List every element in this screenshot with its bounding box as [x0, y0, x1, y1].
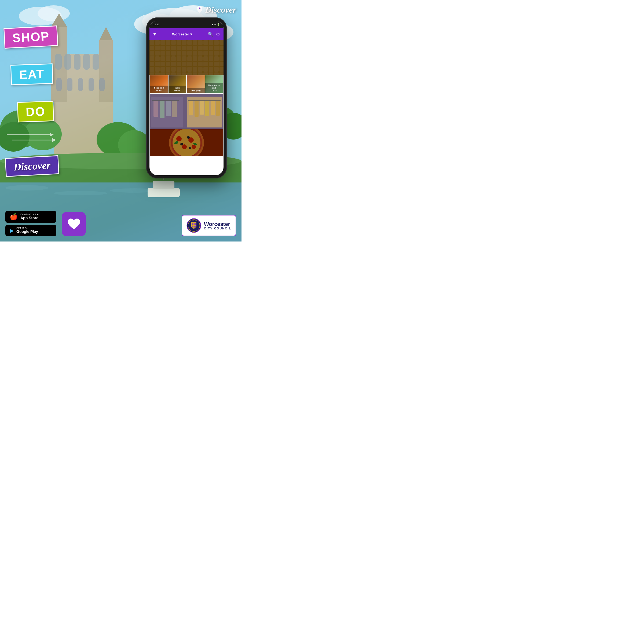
svg-rect-82 [192, 225, 196, 226]
cat-homewares: HomewaresandGifts [205, 75, 223, 93]
nav-heart-icon: ♥ [153, 31, 156, 37]
svg-text:★ ★ ★: ★ ★ ★ [192, 219, 196, 221]
phone-screen: 12:33 ▲ ◈ 🔋 ♥ Worcester ▾ 🔍 ⚙ [149, 21, 224, 175]
discover-label: Discover [5, 155, 59, 177]
svg-rect-63 [211, 101, 215, 115]
time: 12:33 [153, 23, 159, 26]
phone-shop-banner: SHOP [150, 94, 223, 129]
phone-notch [176, 21, 197, 27]
svg-rect-78 [150, 129, 223, 156]
cat-coffee-label: Indiecoffee [169, 86, 186, 93]
google-play-button[interactable]: ▶ GET IT ON Google Play [5, 225, 56, 236]
cat-indie-coffee: Indiecoffee [169, 75, 186, 93]
cat-food-drink: Food andDrink [150, 75, 168, 93]
search-icon: 🔍 [208, 32, 213, 37]
nav-right-icons: 🔍 ⚙ [208, 32, 220, 37]
do-label: DO [17, 101, 54, 123]
worcester-council-logo: ★ ★ ★ ★ ★ ★ Worcester CITY COUNCIL [182, 215, 236, 236]
google-play-text: GET IT ON Google Play [16, 227, 38, 234]
svg-rect-53 [153, 101, 158, 117]
discover-heart-badge [62, 212, 86, 236]
svg-rect-55 [166, 101, 171, 116]
arrows-decoration [7, 131, 59, 145]
phone-hero: Discover Worcester [149, 40, 224, 75]
nav-city-label: Worcester ▾ [172, 32, 192, 36]
svg-text:★ ★ ★: ★ ★ ★ [192, 232, 196, 233]
app-store-button[interactable]: 🍎 Download on the App Store [5, 211, 56, 223]
phone-eat-banner: Eat & Drink [150, 129, 223, 156]
cat-shopping-label: Shopping [187, 88, 205, 93]
worcester-text: Worcester CITY COUNCIL [204, 221, 231, 230]
google-play-icon: ▶ [10, 227, 14, 234]
shop-label: SHOP [3, 25, 58, 49]
svg-rect-59 [189, 101, 193, 115]
svg-rect-64 [216, 101, 220, 116]
cat-home-label: HomewaresandGifts [205, 83, 223, 93]
cat-food-label: Food andDrink [150, 86, 168, 93]
svg-rect-60 [195, 101, 199, 117]
bottom-section: 🍎 Download on the App Store ▶ GET IT ON … [0, 188, 241, 241]
svg-rect-62 [205, 101, 209, 116]
worcester-name: Worcester [204, 221, 231, 227]
phone-nav-bar: ♥ Worcester ▾ 🔍 ⚙ [149, 28, 224, 40]
cat-shopping: Shopping [187, 75, 205, 93]
svg-rect-54 [160, 101, 164, 118]
discover-logo-text: Discover [205, 5, 236, 15]
eat-label: EAT [10, 63, 53, 85]
council-crest: ★ ★ ★ ★ ★ ★ [186, 218, 201, 233]
shop-label-container: SHOP [4, 27, 59, 47]
phone-frame: 12:33 ▲ ◈ 🔋 ♥ Worcester ▾ 🔍 ⚙ [146, 17, 227, 178]
app-store-text: Download on the App Store [20, 213, 39, 220]
do-label-container: DO [12, 96, 59, 122]
app-buttons: 🍎 Download on the App Store ▶ GET IT ON … [5, 211, 56, 236]
content-layer: Discover SHOP EAT DO Discover [0, 0, 241, 241]
phone-categories: Food andDrink Indiecoffee Shopping Homew… [149, 75, 224, 93]
discover-logo: Discover [196, 5, 236, 15]
discover-label-container: Discover [4, 151, 59, 175]
worcester-subtitle: CITY COUNCIL [204, 227, 231, 230]
svg-rect-56 [172, 101, 177, 117]
status-icons: ▲ ◈ 🔋 [211, 23, 220, 26]
phone-mockup: 12:33 ▲ ◈ 🔋 ♥ Worcester ▾ 🔍 ⚙ [141, 17, 232, 200]
app-buttons-group: 🍎 Download on the App Store ▶ GET IT ON … [5, 211, 86, 236]
labels-container: SHOP EAT DO Discover [4, 27, 59, 175]
location-heart-icon [196, 5, 203, 14]
apple-icon: 🍎 [10, 213, 18, 221]
heart-icon [67, 217, 81, 232]
eat-label-container: EAT [8, 59, 59, 85]
svg-rect-61 [200, 101, 204, 115]
svg-marker-45 [52, 138, 55, 142]
settings-icon: ⚙ [216, 32, 220, 37]
svg-rect-49 [149, 40, 224, 75]
svg-marker-43 [50, 133, 54, 137]
